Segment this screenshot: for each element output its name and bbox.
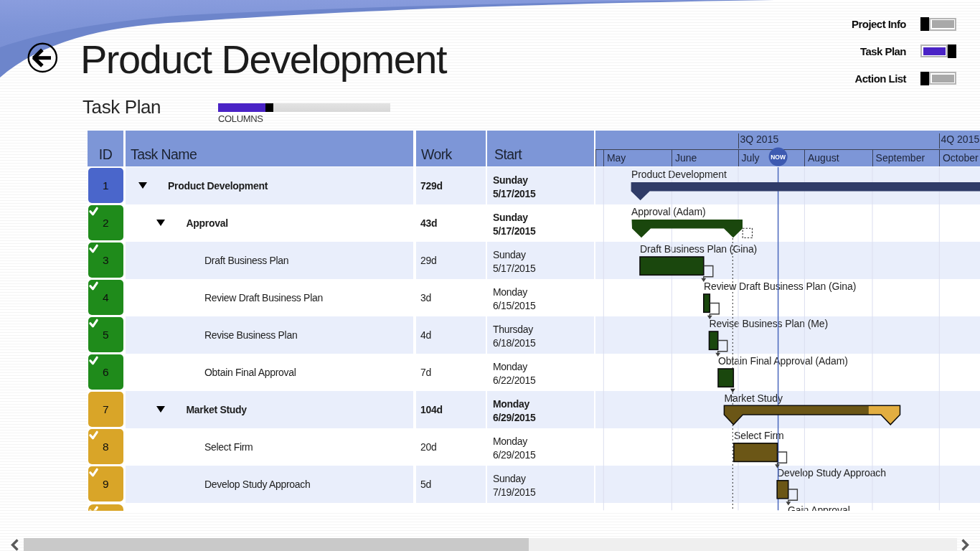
- svg-text:NOW: NOW: [771, 154, 786, 161]
